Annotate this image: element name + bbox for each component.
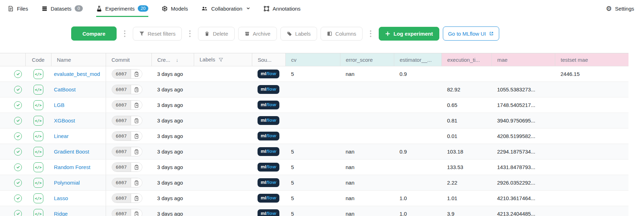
experiment-name-link[interactable]: evaluate_best_mod — [54, 71, 100, 77]
code-icon[interactable]: </> — [33, 178, 43, 188]
header-labels[interactable]: Labels — [194, 53, 252, 66]
log-experiment-label: Log experiment — [394, 31, 433, 37]
filter-funnel-icon[interactable] — [219, 57, 223, 63]
copy-commit-icon[interactable] — [131, 70, 142, 78]
copy-commit-icon[interactable] — [131, 101, 142, 109]
commit-hash: 6007 — [112, 85, 131, 94]
experiment-name-link[interactable]: CatBoost — [54, 86, 76, 92]
settings-button[interactable]: ⚙ Settings — [606, 0, 634, 17]
commit-chip[interactable]: 6007 — [112, 85, 142, 94]
external-link-icon — [489, 31, 494, 36]
code-icon[interactable]: </> — [33, 100, 43, 110]
estimator-cell — [394, 113, 441, 128]
source-cell: mlflow — [252, 206, 285, 216]
tab-annotations[interactable]: Annotations — [264, 0, 301, 17]
commit-hash: 6007 — [112, 101, 131, 109]
experiment-name-link[interactable]: Gradient Boost — [54, 149, 89, 155]
status-success-icon — [14, 148, 22, 156]
code-icon[interactable]: </> — [33, 209, 43, 216]
experiment-name-link[interactable]: Lasso — [54, 195, 68, 201]
header-source[interactable]: Sou... — [252, 53, 285, 66]
commit-chip[interactable]: 6007 — [112, 162, 142, 172]
mlflow-badge-flow: flow — [266, 118, 276, 123]
commit-chip[interactable]: 6007 — [112, 131, 142, 141]
source-cell: mlflow — [252, 144, 285, 160]
copy-commit-icon[interactable] — [131, 147, 142, 156]
copy-commit-icon[interactable] — [131, 116, 142, 125]
header-commit[interactable]: Commit — [106, 53, 151, 66]
header-error-score[interactable]: error_score — [340, 53, 394, 66]
copy-commit-icon[interactable] — [131, 132, 142, 140]
copy-commit-icon[interactable] — [131, 163, 142, 172]
experiment-name-link[interactable]: Linear — [54, 133, 69, 139]
source-cell: mlflow — [252, 175, 285, 191]
code-icon[interactable]: </> — [33, 69, 43, 79]
header-testset-mae[interactable]: testset mae — [555, 53, 628, 66]
commit-cell: 6007 — [106, 66, 151, 82]
more-options-button[interactable] — [120, 30, 129, 37]
commit-chip[interactable]: 6007 — [112, 209, 142, 216]
row-pad — [0, 128, 11, 144]
experiment-name-link[interactable]: Polynomial — [54, 180, 80, 186]
experiment-name-link[interactable]: XGBoost — [54, 118, 75, 124]
copy-commit-icon[interactable] — [131, 85, 142, 94]
commit-chip[interactable]: 6007 — [112, 116, 142, 125]
source-cell: mlflow — [252, 191, 285, 206]
code-icon[interactable]: </> — [33, 116, 43, 126]
header-created[interactable]: Cre...↓ — [151, 53, 194, 66]
copy-commit-icon[interactable] — [131, 209, 142, 216]
more-options-button[interactable] — [366, 30, 375, 37]
created-cell: 3 days ago — [151, 206, 194, 216]
code-icon[interactable]: </> — [33, 85, 43, 95]
header-cv[interactable]: cv — [285, 53, 340, 66]
columns-button[interactable]: Columns — [321, 27, 363, 41]
code-cell: </> — [25, 82, 51, 97]
status-cell — [11, 128, 25, 144]
copy-commit-icon[interactable] — [131, 194, 142, 203]
tab-experiments[interactable]: Experiments 20 — [96, 0, 148, 17]
mae-cell: 1748.5405217... — [491, 97, 555, 113]
commit-chip[interactable]: 6007 — [112, 147, 142, 156]
table-row: </> Polynomial 6007 3 days ago mlflow 5 … — [0, 175, 628, 191]
delete-button[interactable]: Delete — [198, 27, 234, 41]
header-status — [11, 53, 25, 66]
code-icon[interactable]: </> — [33, 162, 43, 172]
code-cell: </> — [25, 160, 51, 175]
experiment-name-link[interactable]: LGB — [54, 102, 64, 108]
sort-descending-icon[interactable]: ↓ — [176, 57, 178, 63]
commit-chip[interactable]: 6007 — [112, 69, 142, 79]
experiment-name-link[interactable]: Random Forest — [54, 164, 90, 170]
mlflow-badge-flow: flow — [266, 87, 276, 92]
more-options-button[interactable] — [185, 30, 194, 37]
tab-datasets[interactable]: Datasets 0 — [42, 0, 83, 17]
tab-files[interactable]: Files — [8, 0, 28, 17]
go-to-mlflow-button[interactable]: Go to MLflow UI — [443, 26, 500, 41]
copy-commit-icon[interactable] — [131, 178, 142, 187]
header-estimator[interactable]: estimator__... — [394, 53, 441, 66]
mlflow-badge-flow: flow — [266, 211, 276, 216]
tab-collaboration[interactable]: Collaboration — [201, 0, 250, 17]
log-experiment-button[interactable]: Log experiment — [379, 27, 439, 41]
header-code[interactable]: Code — [25, 53, 51, 66]
name-cell: Polynomial — [51, 175, 106, 191]
created-cell: 3 days ago — [151, 128, 194, 144]
compare-button[interactable]: Compare — [71, 26, 117, 41]
commit-chip[interactable]: 6007 — [112, 178, 142, 187]
code-icon[interactable]: </> — [33, 147, 43, 157]
header-execution-time[interactable]: execution_ti... — [441, 53, 491, 66]
archive-button[interactable]: Archive — [238, 27, 277, 41]
reset-filters-button[interactable]: Reset filters — [133, 27, 182, 41]
error-score-cell: nan — [340, 206, 394, 216]
mlflow-badge: mlflow — [258, 132, 279, 140]
experiments-table-body: </> evaluate_best_mod 6007 3 days ago ml… — [0, 66, 628, 216]
commit-chip[interactable]: 6007 — [112, 193, 142, 203]
code-icon[interactable]: </> — [33, 193, 43, 203]
labels-cell — [194, 128, 252, 144]
code-icon[interactable]: </> — [33, 131, 43, 141]
header-name[interactable]: Name — [51, 53, 106, 66]
tab-models[interactable]: Models — [162, 0, 188, 17]
experiment-name-link[interactable]: Ridge — [54, 211, 68, 216]
commit-chip[interactable]: 6007 — [112, 100, 142, 110]
header-mae[interactable]: mae — [491, 53, 555, 66]
labels-button[interactable]: Labels — [280, 27, 317, 41]
